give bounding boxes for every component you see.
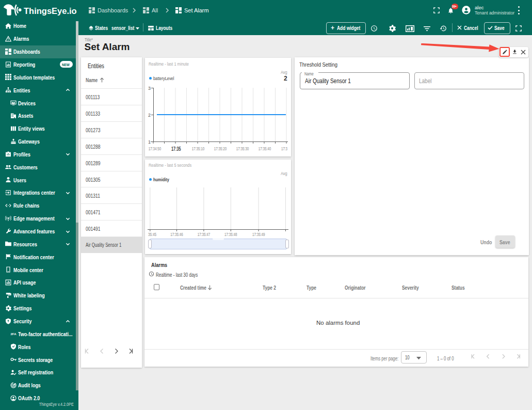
svg-text:17:35:20: 17:35:20 <box>214 146 227 151</box>
svg-text:17:35:10: 17:35:10 <box>192 146 205 151</box>
svg-text:2: 2 <box>148 113 151 118</box>
svg-text:17:3: 17:3 <box>281 146 287 151</box>
svg-text:17:35:46: 17:35:46 <box>170 232 183 237</box>
svg-text:1: 1 <box>148 139 151 145</box>
svg-text:17:35:30: 17:35:30 <box>236 146 249 151</box>
svg-text:17:35: 17:35 <box>171 146 181 152</box>
svg-text:17:35:48: 17:35:48 <box>224 232 237 237</box>
svg-text:17:35:40: 17:35:40 <box>259 146 271 151</box>
svg-text:17:35:47: 17:35:47 <box>198 232 211 237</box>
svg-text:17:34:50: 17:34:50 <box>149 146 162 151</box>
svg-text:3: 3 <box>148 86 151 91</box>
svg-text:2FA: 2FA <box>10 333 17 336</box>
svg-text:35:45: 35:45 <box>148 232 156 237</box>
svg-text:17:35:49: 17:35:49 <box>252 232 265 237</box>
